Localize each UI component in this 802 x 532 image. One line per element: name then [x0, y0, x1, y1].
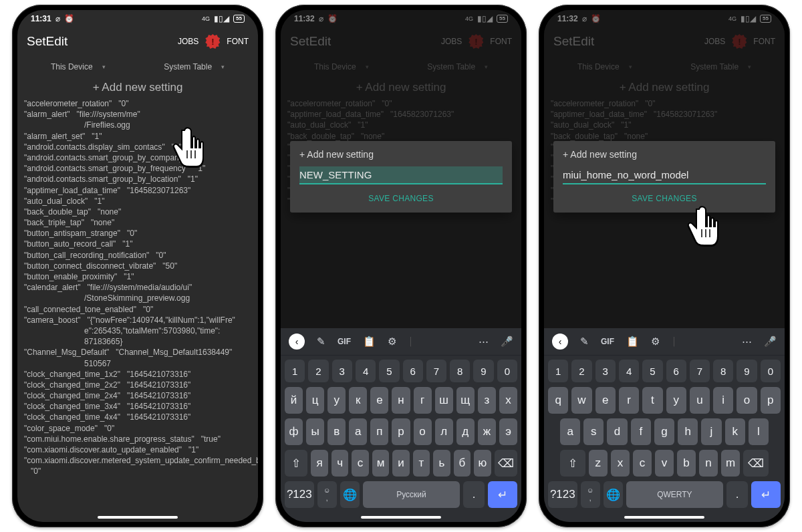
- key-0[interactable]: 0: [761, 360, 781, 382]
- home-indicator[interactable]: [98, 516, 178, 519]
- key-0[interactable]: 0: [497, 360, 517, 382]
- key-x[interactable]: x: [611, 450, 630, 477]
- settings-row[interactable]: android.contacts.display_sim_contacs1: [24, 142, 251, 152]
- settings-row[interactable]: back_double_tapnone: [24, 207, 251, 217]
- key-n[interactable]: n: [699, 450, 718, 477]
- key-л[interactable]: л: [435, 418, 453, 445]
- key-3[interactable]: 3: [595, 360, 616, 382]
- kb-gif-icon[interactable]: GIF: [338, 337, 351, 346]
- key-b[interactable]: b: [677, 450, 696, 477]
- key-я[interactable]: я: [311, 450, 327, 477]
- key-а[interactable]: а: [349, 418, 367, 445]
- key-э[interactable]: э: [499, 418, 517, 445]
- key-о[interactable]: о: [414, 418, 432, 445]
- key-ц[interactable]: ц: [306, 387, 324, 414]
- key-9[interactable]: 9: [737, 360, 757, 382]
- key-symbols[interactable]: ☺,: [581, 481, 600, 508]
- key-з[interactable]: з: [478, 387, 496, 414]
- key-?123[interactable]: ?123: [548, 481, 577, 508]
- table-dropdown[interactable]: System Table: [164, 62, 225, 72]
- key-⇧[interactable]: ⇧: [285, 450, 307, 477]
- key-2[interactable]: 2: [308, 360, 328, 382]
- key-т[interactable]: т: [413, 450, 430, 477]
- key-ы[interactable]: ы: [306, 418, 324, 445]
- key-к[interactable]: к: [349, 387, 367, 414]
- key-7[interactable]: 7: [426, 360, 446, 382]
- key-ш[interactable]: ш: [435, 387, 453, 414]
- settings-row[interactable]: button_antispam_strange0: [24, 228, 251, 239]
- kb-collapse-icon[interactable]: ‹: [289, 334, 305, 350]
- home-indicator[interactable]: [361, 516, 441, 519]
- kb-gif-icon[interactable]: GIF: [601, 337, 614, 346]
- kb-collapse-icon[interactable]: ‹: [552, 334, 568, 350]
- key-щ[interactable]: щ: [456, 387, 475, 414]
- key-8[interactable]: 8: [450, 360, 470, 382]
- key-3[interactable]: 3: [332, 360, 352, 382]
- settings-row[interactable]: button_call_recording_notification0: [24, 250, 251, 261]
- key-ж[interactable]: ж: [478, 418, 496, 445]
- key-г[interactable]: г: [414, 387, 432, 414]
- key-9[interactable]: 9: [473, 360, 493, 382]
- settings-row[interactable]: call_connected_tone_enabled0: [24, 304, 251, 315]
- key-м[interactable]: м: [372, 450, 389, 477]
- key-h[interactable]: h: [678, 418, 698, 445]
- settings-row[interactable]: alarm_alert_set1: [24, 131, 251, 142]
- settings-row[interactable]: accelerometer_rotation0: [24, 98, 251, 109]
- key-е[interactable]: е: [370, 387, 388, 414]
- kb-settings-icon[interactable]: ⚙: [388, 336, 396, 348]
- settings-row[interactable]: clock_changed_time_3x41645421073316: [24, 401, 251, 412]
- key-й[interactable]: й: [285, 387, 303, 414]
- key-m[interactable]: m: [721, 450, 740, 477]
- settings-row[interactable]: alarm_alertfile:///system/me/Fireflies.o…: [24, 109, 251, 130]
- key-g[interactable]: g: [654, 418, 674, 445]
- key-4[interactable]: 4: [356, 360, 376, 382]
- key-5[interactable]: 5: [642, 360, 662, 382]
- key-⌫[interactable]: ⌫: [495, 450, 517, 477]
- key-f[interactable]: f: [631, 418, 651, 445]
- key-a[interactable]: a: [560, 418, 580, 445]
- key-4[interactable]: 4: [619, 360, 639, 382]
- home-indicator[interactable]: [624, 516, 704, 519]
- alert-badge-icon[interactable]: !: [205, 34, 220, 49]
- key-i[interactable]: i: [713, 387, 733, 414]
- key-v[interactable]: v: [655, 450, 674, 477]
- settings-row[interactable]: com.miui.home.enable.share_progress_stat…: [24, 434, 251, 444]
- settings-row[interactable]: color_space_mode0: [24, 423, 251, 434]
- key-language[interactable]: 🌐: [604, 481, 623, 508]
- key-e[interactable]: e: [595, 387, 616, 414]
- settings-row[interactable]: android.contacts.smart_group_by_location…: [24, 174, 251, 184]
- settings-row[interactable]: com.xiaomi.discover.metered_system_updat…: [24, 455, 251, 477]
- key-⇧[interactable]: ⇧: [560, 450, 585, 477]
- key-8[interactable]: 8: [713, 360, 733, 382]
- key-symbols[interactable]: ☺,: [317, 481, 337, 508]
- settings-row[interactable]: button_connect_disconnect_vibrate50: [24, 261, 251, 271]
- kb-clipboard-icon[interactable]: 📋: [363, 336, 376, 348]
- key-?123[interactable]: ?123: [285, 481, 314, 508]
- key-и[interactable]: и: [392, 450, 409, 477]
- key-j[interactable]: j: [701, 418, 721, 445]
- settings-row[interactable]: button_auto_record_call1: [24, 239, 251, 249]
- key-н[interactable]: н: [392, 387, 410, 414]
- save-changes-button[interactable]: SAVE CHANGES: [299, 184, 503, 207]
- settings-row[interactable]: android.contacts.smart_group_by_frequenc…: [24, 163, 251, 174]
- key-у[interactable]: у: [327, 387, 346, 414]
- key-б[interactable]: б: [454, 450, 471, 477]
- key-ф[interactable]: ф: [285, 418, 303, 445]
- key-6[interactable]: 6: [666, 360, 686, 382]
- key-y[interactable]: y: [666, 387, 686, 414]
- kb-more-icon[interactable]: ⋯: [742, 336, 752, 348]
- key-в[interactable]: в: [327, 418, 346, 445]
- key-п[interactable]: п: [370, 418, 388, 445]
- key-ч[interactable]: ч: [331, 450, 348, 477]
- key-с[interactable]: с: [352, 450, 368, 477]
- settings-row[interactable]: android.contacts.smart_group_by_company1: [24, 152, 251, 163]
- key-s[interactable]: s: [583, 418, 604, 445]
- kb-mic-icon[interactable]: 🎤: [764, 336, 777, 348]
- settings-row[interactable]: camera_boost{"nowFree":1409744,"killNum"…: [24, 315, 251, 348]
- settings-row[interactable]: calendar_alertfile:///system/media/audio…: [24, 282, 251, 303]
- save-changes-button[interactable]: SAVE CHANGES: [563, 184, 766, 207]
- key-7[interactable]: 7: [690, 360, 710, 382]
- kb-sticker-icon[interactable]: ✎: [317, 336, 325, 348]
- key-р[interactable]: р: [392, 418, 410, 445]
- settings-row[interactable]: clock_changed_time_1x21645421073316: [24, 369, 251, 380]
